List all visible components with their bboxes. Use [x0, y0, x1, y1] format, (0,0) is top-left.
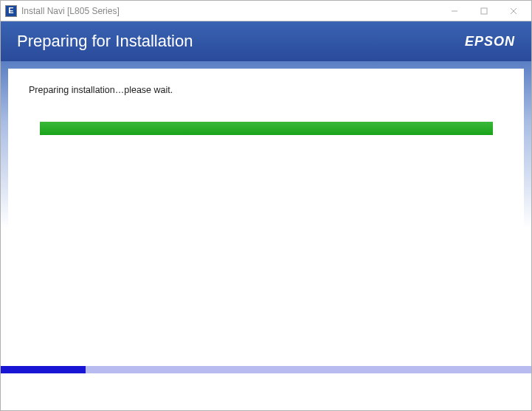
task-progress-fill [40, 122, 493, 135]
status-text: Preparing installation…please wait. [29, 85, 503, 95]
footer-spacer [1, 373, 531, 410]
maximize-button[interactable] [469, 3, 499, 19]
installer-window: E Install Navi [L805 Series] Preparing f… [0, 0, 532, 411]
page-title: Preparing for Installation [17, 32, 465, 51]
body-area: Preparing installation…please wait. [1, 61, 531, 366]
overall-progress-bar [1, 366, 531, 373]
banner: Preparing for Installation EPSON [1, 21, 531, 61]
svg-rect-1 [481, 8, 487, 14]
minimize-button[interactable] [440, 3, 469, 19]
overall-progress-fill [1, 366, 86, 373]
close-button[interactable] [499, 3, 528, 19]
brand-logo: EPSON [465, 34, 515, 49]
titlebar: E Install Navi [L805 Series] [1, 1, 531, 21]
app-icon: E [5, 5, 17, 17]
window-title: Install Navi [L805 Series] [21, 6, 120, 16]
content-card: Preparing installation…please wait. [8, 69, 524, 359]
window-controls [440, 3, 528, 19]
task-progress-bar [40, 122, 493, 135]
